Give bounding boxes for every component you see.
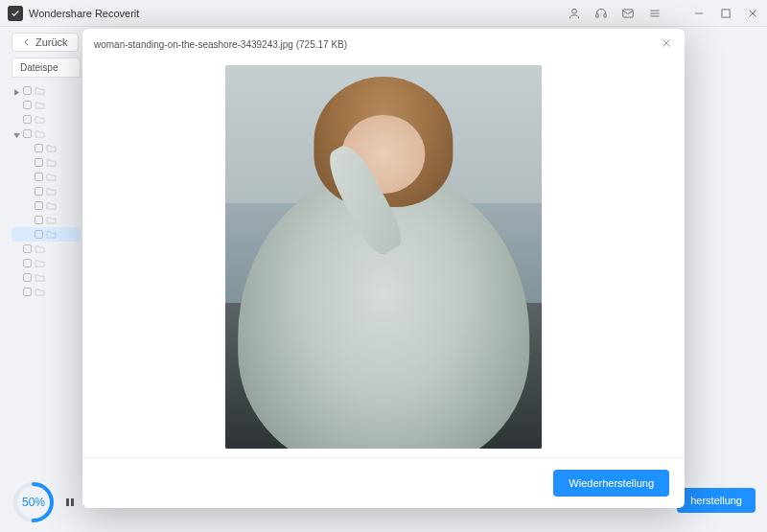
close-icon[interactable] [660,36,673,52]
modal-backdrop: woman-standing-on-the-seashore-3439243.j… [0,0,767,532]
preview-filename: woman-standing-on-the-seashore-3439243.j… [94,39,660,50]
modal-header: woman-standing-on-the-seashore-3439243.j… [82,29,685,59]
modal-footer: Wiederherstellung [82,457,685,508]
preview-modal: woman-standing-on-the-seashore-3439243.j… [82,29,685,508]
recover-button[interactable]: Wiederherstellung [553,470,669,497]
preview-image [225,65,542,449]
preview-area [82,59,685,457]
